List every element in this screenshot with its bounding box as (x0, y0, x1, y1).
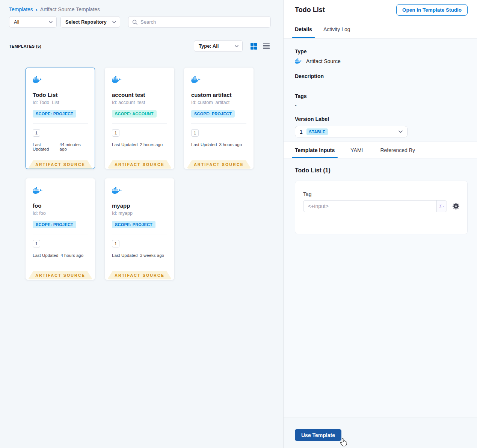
tags-value: - (295, 102, 466, 108)
tab-referenced-by[interactable]: Referenced By (380, 142, 415, 158)
artifact-source-ribbon: ARTIFACT SOURCE (28, 160, 93, 169)
scope-badge: SCOPE: PROJECT (112, 221, 155, 228)
chevron-down-icon (49, 21, 53, 23)
sigma-icon: Σ (439, 204, 442, 209)
last-updated-label: Last Updated (191, 142, 217, 147)
artifact-source-ribbon: ARTIFACT SOURCE (107, 271, 172, 279)
version-dropdown[interactable]: 1 STABLE (295, 126, 408, 137)
last-updated-value: 2 hours ago (140, 142, 163, 147)
list-toolbar: TEMPLATES (5) Type: All (9, 40, 270, 52)
template-card-account-test[interactable]: account test Id: account_test SCOPE: ACC… (105, 68, 174, 169)
last-updated-value: 3 hours ago (219, 142, 242, 147)
type-filter-dropdown[interactable]: Type: All (194, 40, 243, 52)
search-input[interactable] (140, 19, 267, 25)
scope-filter-value: All (14, 19, 49, 25)
details-header: Todo List Open in Template Studio (284, 0, 477, 20)
expression-sigma-button[interactable]: Σx (436, 201, 447, 212)
card-divider (191, 123, 246, 124)
last-updated-label: Last Updated (112, 142, 137, 147)
docker-icon (33, 75, 43, 84)
template-grid: Todo List Id: Todo_List SCOPE: PROJECT 1… (26, 68, 254, 280)
last-updated-value: 3 weeks ago (140, 253, 164, 258)
tag-field-label: Tag (303, 191, 460, 197)
card-id: Id: myapp (112, 211, 167, 216)
scope-badge: SCOPE: PROJECT (33, 221, 76, 228)
card-id: Id: account_test (112, 100, 167, 105)
version-count-chip: 1 (112, 240, 119, 247)
breadcrumb-current: Artifact Source Templates (40, 6, 100, 12)
version-count-chip: 1 (33, 129, 40, 137)
docker-icon (112, 186, 122, 195)
use-template-button[interactable]: Use Template (295, 429, 341, 441)
details-fields: Type Artifact Source Description Tags - … (284, 39, 477, 142)
description-label: Description (295, 73, 466, 79)
version-label: Version Label (295, 116, 466, 122)
templates-count-label: TEMPLATES (5) (9, 44, 41, 48)
version-count-chip: 1 (33, 240, 40, 247)
last-updated-value: 4 hours ago (60, 253, 83, 258)
card-title: custom artifact (191, 92, 246, 98)
list-view-icon[interactable] (263, 43, 270, 49)
search-box (128, 16, 271, 28)
card-divider (112, 123, 167, 124)
artifact-source-ribbon: ARTIFACT SOURCE (107, 160, 172, 169)
breadcrumb-chevron-icon: › (36, 7, 38, 12)
card-title: account test (112, 92, 167, 98)
template-card-todo-list[interactable]: Todo List Id: Todo_List SCOPE: PROJECT 1… (26, 68, 95, 169)
card-divider (33, 123, 88, 124)
breadcrumb-templates-link[interactable]: Templates (9, 6, 33, 12)
template-list-panel: Templates › Artifact Source Templates Al… (0, 0, 284, 448)
scope-filter-dropdown[interactable]: All (9, 16, 57, 28)
artifact-source-ribbon: ARTIFACT SOURCE (187, 160, 251, 169)
tab-activity-log[interactable]: Activity Log (323, 20, 350, 38)
tag-input-wrap: Σx (303, 200, 447, 212)
template-card-foo[interactable]: foo Id: foo SCOPE: PROJECT 1 Last Update… (26, 178, 95, 280)
grid-view-icon[interactable] (251, 43, 257, 50)
template-details-panel: Todo List Open in Template Studio Detail… (284, 0, 477, 448)
version-value: 1 (300, 129, 303, 135)
details-footer: Use Template (284, 418, 477, 448)
scope-badge: SCOPE: ACCOUNT (112, 110, 157, 118)
chevron-down-icon (235, 45, 238, 47)
details-tabbar: Details Activity Log (284, 20, 477, 39)
card-title: Todo List (33, 92, 88, 98)
search-icon (132, 20, 137, 25)
inputs-card: Tag Σx (295, 181, 468, 234)
sigma-sup: x (443, 205, 444, 208)
scope-badge: SCOPE: PROJECT (191, 110, 235, 118)
breadcrumb: Templates › Artifact Source Templates (9, 6, 100, 12)
docker-icon (33, 186, 43, 195)
version-count-chip: 1 (191, 129, 199, 137)
inputs-tabbar: Template Inputs YAML Referenced By (284, 142, 477, 158)
scope-badge: SCOPE: PROJECT (33, 110, 76, 118)
tag-input[interactable] (303, 201, 436, 212)
card-title: foo (33, 202, 88, 209)
stable-badge: STABLE (306, 128, 328, 135)
filter-row: All Select Repository (9, 16, 271, 28)
gear-icon[interactable] (452, 202, 460, 210)
tab-yaml[interactable]: YAML (350, 142, 364, 158)
open-in-template-studio-button[interactable]: Open in Template Studio (396, 4, 468, 16)
type-value: Artifact Source (306, 58, 341, 64)
last-updated-label: Last Updated (33, 253, 58, 258)
docker-icon (295, 58, 303, 65)
repository-filter-value: Select Repository (65, 19, 112, 25)
chevron-down-icon (112, 21, 116, 23)
tab-details[interactable]: Details (295, 20, 312, 38)
artifact-source-ribbon: ARTIFACT SOURCE (28, 271, 93, 279)
last-updated-value: 44 minutes ago (60, 142, 88, 151)
template-card-myapp[interactable]: myapp Id: myapp SCOPE: PROJECT 1 Last Up… (105, 178, 174, 280)
tab-template-inputs[interactable]: Template Inputs (295, 142, 335, 158)
page-title: Todo List (295, 6, 325, 14)
template-card-custom-artifact[interactable]: custom artifact Id: custom_artifact SCOP… (184, 68, 254, 169)
app-window: Templates › Artifact Source Templates Al… (0, 0, 477, 448)
docker-icon (191, 75, 201, 84)
inputs-heading: Todo List (1) (295, 167, 468, 174)
chevron-down-icon (399, 130, 403, 133)
repository-filter-dropdown[interactable]: Select Repository (60, 16, 120, 28)
card-id: Id: custom_artifact (191, 100, 246, 105)
card-id: Id: Todo_List (33, 100, 88, 105)
type-filter-value: Type: All (199, 43, 235, 49)
docker-icon (112, 75, 122, 84)
card-divider (33, 234, 88, 234)
